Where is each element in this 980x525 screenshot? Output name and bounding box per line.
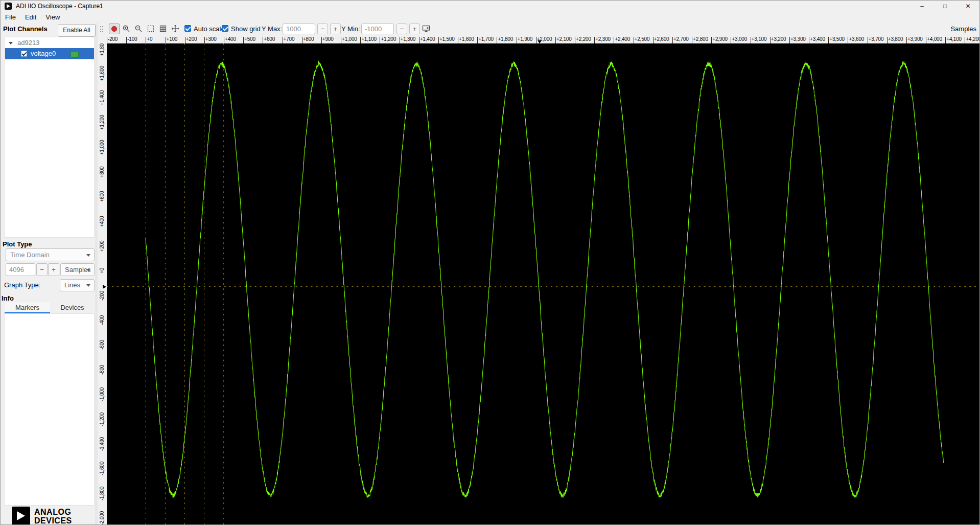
- x-axis-tick: [575, 37, 575, 43]
- x-axis-tick: [477, 37, 478, 43]
- graph-type-value: Lines: [64, 280, 80, 291]
- x-axis-label: +400: [225, 36, 236, 42]
- x-axis-label: +1,100: [361, 36, 377, 42]
- x-axis-label: +2,300: [595, 36, 611, 42]
- plot-type-label: Plot Type: [3, 240, 32, 248]
- y-cursor-arrow[interactable]: [103, 285, 106, 289]
- graph-type-combo[interactable]: Lines: [60, 279, 95, 291]
- y-axis-label: +1,000: [98, 136, 107, 158]
- channel-checkbox[interactable]: [21, 51, 27, 57]
- zoom-fit-button[interactable]: [146, 24, 156, 34]
- y-min-minus-button[interactable]: −: [396, 24, 407, 34]
- y-axis-label: -1,800: [98, 482, 107, 505]
- grid-button[interactable]: [158, 24, 168, 34]
- x-axis-label: +2,500: [635, 36, 650, 42]
- plot-type-combo[interactable]: Time Domain: [6, 248, 95, 261]
- minimize-button[interactable]: –: [911, 1, 934, 12]
- x-axis-label: +3,700: [869, 36, 884, 42]
- new-plot-button[interactable]: [421, 24, 431, 34]
- x-axis-tick: [887, 37, 888, 43]
- x-axis-tick: [302, 37, 302, 43]
- adi-triangle-icon: [12, 507, 30, 525]
- x-axis-tick: [126, 37, 127, 43]
- logo-line1: ANALOG: [34, 508, 72, 516]
- y-axis-label: -400: [98, 309, 107, 332]
- x-axis-label: +2,800: [693, 36, 708, 42]
- x-axis-label: +3,600: [849, 36, 864, 42]
- x-axis-tick: [711, 37, 712, 43]
- x-axis-tick: [672, 37, 673, 43]
- y-axis-label: -1,000: [98, 383, 107, 406]
- y-axis-label: +1,800: [98, 43, 107, 60]
- x-axis-label: -200: [108, 36, 118, 42]
- grip-handle[interactable]: [100, 26, 104, 33]
- x-axis-tick: [828, 37, 829, 43]
- x-axis-tick: [224, 37, 224, 43]
- device-row[interactable]: ad9213: [5, 38, 94, 48]
- zoom-fit-icon: [147, 25, 155, 33]
- tab-devices[interactable]: Devices: [50, 302, 95, 313]
- menu-edit[interactable]: Edit: [20, 12, 41, 23]
- x-axis-label: +3,200: [771, 36, 786, 42]
- y-min-plus-button[interactable]: +: [409, 24, 420, 34]
- y-axis-label: +600: [98, 186, 107, 208]
- capture-button[interactable]: [109, 24, 120, 34]
- x-axis-tick: [809, 37, 809, 43]
- x-axis-tick: [283, 37, 283, 43]
- sample-count-minus-button[interactable]: −: [36, 263, 48, 276]
- x-axis-label: +3,500: [829, 36, 845, 42]
- analog-devices-logo: ANALOG DEVICES: [12, 507, 94, 525]
- chevron-down-icon: [86, 254, 90, 257]
- x-axis-tick: [263, 37, 263, 43]
- enable-all-button[interactable]: Enable All: [58, 24, 96, 37]
- zoom-out-icon: [134, 25, 143, 33]
- y-axis-label: -2,000: [98, 507, 107, 524]
- info-label: Info: [2, 294, 14, 302]
- plot-area[interactable]: [107, 43, 979, 524]
- maximize-button[interactable]: □: [934, 1, 956, 12]
- x-axis-label: +100: [167, 36, 178, 42]
- y-axis-label: -1,600: [98, 458, 107, 480]
- x-axis-label: +900: [322, 36, 334, 42]
- x-axis-label: +800: [303, 36, 314, 42]
- axis-unit-label: Samples: [950, 25, 976, 33]
- info-panel: [5, 313, 95, 506]
- sample-unit-combo[interactable]: Samples: [60, 263, 95, 276]
- chevron-down-icon: [86, 269, 90, 271]
- close-button[interactable]: ✕: [956, 1, 979, 12]
- zoom-out-button[interactable]: [133, 24, 144, 34]
- auto-scale-label: Auto scale: [194, 25, 225, 33]
- sample-count-input[interactable]: [6, 263, 35, 276]
- menu-file[interactable]: File: [1, 12, 20, 23]
- y-max-input[interactable]: [283, 24, 315, 34]
- zoom-in-button[interactable]: [121, 24, 131, 34]
- x-axis-label: +300: [205, 36, 217, 42]
- x-axis-ruler[interactable]: -200-100+0+100+200+300+400+500+600+700+8…: [107, 35, 979, 43]
- auto-scale-checkbox[interactable]: [184, 25, 191, 32]
- logo-line2: DEVICES: [34, 516, 72, 525]
- app-window: { "window": { "title": "ADI IIO Oscillos…: [0, 0, 980, 525]
- x-axis-tick: [166, 37, 166, 43]
- y-axis-label: -1,400: [98, 432, 107, 455]
- y-max-minus-button[interactable]: −: [317, 24, 328, 34]
- channel-color-swatch[interactable]: [71, 51, 79, 58]
- tab-markers[interactable]: Markers: [5, 302, 50, 313]
- x-axis-tick: [692, 37, 692, 43]
- y-max-plus-button[interactable]: +: [330, 24, 341, 34]
- channel-row[interactable]: voltage0: [5, 48, 94, 59]
- app-icon: [5, 3, 12, 10]
- show-grid-checkbox[interactable]: [222, 25, 228, 32]
- menu-view[interactable]: View: [41, 12, 64, 23]
- move-button[interactable]: [170, 24, 180, 34]
- waveform-plot: [107, 43, 979, 524]
- x-axis-label: +1,200: [381, 36, 396, 42]
- new-plot-icon: [422, 25, 430, 33]
- x-axis-tick: [555, 37, 556, 43]
- x-axis-label: +1,000: [342, 36, 357, 42]
- x-axis-label: +2,200: [576, 36, 591, 42]
- y-axis-ruler[interactable]: -2,000-1,800-1,600-1,400-1,200-1,000-800…: [98, 43, 107, 524]
- expander-icon[interactable]: [9, 42, 13, 44]
- sample-count-plus-button[interactable]: +: [48, 263, 59, 276]
- grid-icon: [159, 25, 167, 33]
- y-min-input[interactable]: [361, 24, 394, 34]
